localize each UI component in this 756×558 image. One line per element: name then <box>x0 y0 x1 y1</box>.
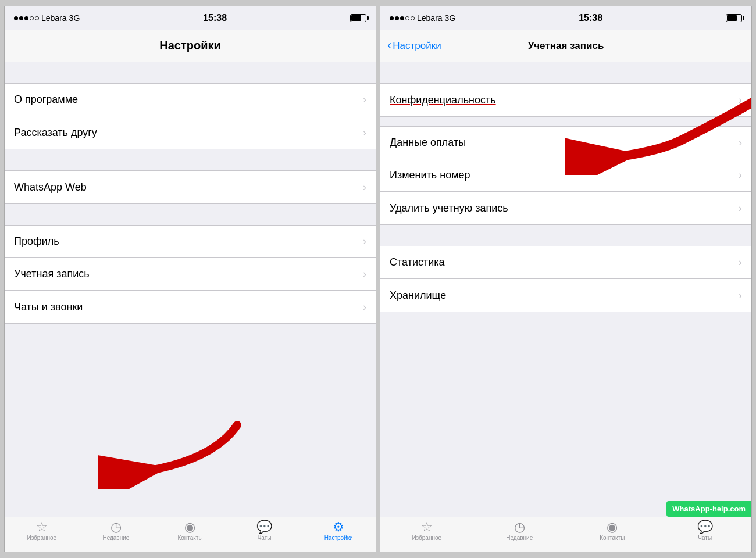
settings-group2-s2: Данные оплаты › Изменить номер › Удалить… <box>380 126 751 225</box>
tab-chats-2[interactable]: 💬 Чаты <box>659 521 752 541</box>
tab-settings-icon-1: ⚙ <box>333 521 344 534</box>
tab-contacts-2[interactable]: ◉ Контакты <box>566 521 659 541</box>
tab-contacts-icon-1: ◉ <box>184 521 195 534</box>
dot4 <box>30 16 34 20</box>
dot3 <box>24 16 28 20</box>
chevron-change-number: › <box>739 169 742 181</box>
watermark: WhatsApp-help.com <box>666 501 751 517</box>
row-change-number[interactable]: Изменить номер › <box>380 159 751 192</box>
red-arrow-1 <box>98 413 249 489</box>
dot5 <box>35 16 39 20</box>
row-about[interactable]: О программе › <box>5 84 376 116</box>
chevron-privacy: › <box>739 94 742 106</box>
tab-favorites-icon-2: ☆ <box>421 521 433 534</box>
row-privacy[interactable]: Конфиденциальность › <box>380 84 751 116</box>
time-1: 15:38 <box>203 13 227 23</box>
row-chats-calls[interactable]: Чаты и звонки › <box>5 291 376 323</box>
spacer2 <box>5 149 376 170</box>
network-2: 3G <box>445 13 456 23</box>
chevron-storage: › <box>739 289 742 302</box>
row-privacy-label: Конфиденциальность <box>390 94 496 106</box>
row-storage-label: Хранилище <box>390 289 446 302</box>
row-chats-calls-label: Чаты и звонки <box>14 301 83 313</box>
tab-recent-1[interactable]: ◷ Недавние <box>79 521 154 541</box>
tab-favorites-label-2: Избранное <box>412 535 441 541</box>
chevron-stats: › <box>739 256 742 269</box>
dot1 <box>14 16 18 20</box>
dot2-3 <box>400 16 404 20</box>
back-label-2: Настройки <box>393 40 441 52</box>
row-whatsapp-web[interactable]: WhatsApp Web › <box>5 171 376 203</box>
spacer2-1 <box>380 62 751 83</box>
signal-dots-1 <box>14 16 39 20</box>
time-2: 15:38 <box>579 13 602 23</box>
status-bar-left-2: Lebara 3G <box>390 13 455 23</box>
tab-contacts-label-2: Контакты <box>600 535 625 541</box>
tab-recent-icon-1: ◷ <box>110 521 122 534</box>
settings-group3-s2: Статистика › Хранилище › <box>380 246 751 312</box>
row-delete-account-label: Удалить учетную запись <box>390 202 508 214</box>
row-tell-friend-label: Рассказать другу <box>14 127 97 139</box>
row-stats[interactable]: Статистика › <box>380 246 751 279</box>
dot2-5 <box>411 16 415 20</box>
chevron-delete-account: › <box>739 202 742 214</box>
chevron-profile: › <box>363 235 366 248</box>
screen1: Lebara 3G 15:38 Настройки О программе › <box>4 6 376 552</box>
signal-dots-2 <box>390 16 415 20</box>
tab-chats-1[interactable]: 💬 Чаты <box>227 521 302 541</box>
row-account-label: Учетная запись <box>14 268 90 280</box>
row-tell-friend[interactable]: Рассказать другу › <box>5 116 376 149</box>
network-1: 3G <box>69 13 80 23</box>
screen2: Lebara 3G 15:38 ‹ Настройки Учетная запи… <box>380 6 752 552</box>
carrier-2: Lebara <box>417 13 443 23</box>
back-button-2[interactable]: ‹ Настройки <box>387 39 441 53</box>
chevron-chats-calls: › <box>363 301 366 313</box>
row-account[interactable]: Учетная запись › <box>5 258 376 291</box>
row-profile-label: Профиль <box>14 235 59 248</box>
battery-1 <box>350 14 366 22</box>
settings-content-2: Конфиденциальность › Данные оплаты › Изм… <box>380 62 751 312</box>
row-about-label: О программе <box>14 94 78 106</box>
back-chevron-2: ‹ <box>387 38 391 53</box>
tab-recent-icon-2: ◷ <box>514 521 525 534</box>
row-storage[interactable]: Хранилище › <box>380 279 751 312</box>
tab-recent-label-1: Недавние <box>102 535 129 541</box>
battery-fill-1 <box>351 15 361 21</box>
tab-favorites-1[interactable]: ☆ Избранное <box>5 521 79 541</box>
chevron-about: › <box>363 94 366 106</box>
chevron-payment: › <box>739 137 742 149</box>
tab-contacts-icon-2: ◉ <box>607 521 618 534</box>
row-payment[interactable]: Данные оплаты › <box>380 127 751 159</box>
dot2-4 <box>405 16 409 20</box>
tab-favorites-2[interactable]: ☆ Избранное <box>380 521 473 541</box>
row-stats-label: Статистика <box>390 256 445 269</box>
tab-recent-2[interactable]: ◷ Недавние <box>473 521 566 541</box>
settings-group1-s1: О программе › Рассказать другу › <box>5 83 376 149</box>
chevron-whatsapp-web: › <box>363 181 366 194</box>
tab-favorites-icon-1: ☆ <box>36 521 48 534</box>
chevron-account: › <box>363 268 366 280</box>
row-change-number-label: Изменить номер <box>390 169 470 181</box>
carrier-1: Lebara <box>41 13 67 23</box>
settings-group1-s2: Конфиденциальность › <box>380 83 751 117</box>
status-bar-left-1: Lebara 3G <box>14 13 80 23</box>
row-whatsapp-web-label: WhatsApp Web <box>14 181 87 194</box>
row-payment-label: Данные оплаты <box>390 137 466 149</box>
tab-bar-2: ☆ Избранное ◷ Недавние ◉ Контакты 💬 Чаты <box>380 517 751 552</box>
spacer1 <box>5 62 376 83</box>
dot2-2 <box>395 16 399 20</box>
tab-settings-1[interactable]: ⚙ Настройки <box>301 521 376 541</box>
tab-chats-icon-2: 💬 <box>697 521 713 534</box>
tab-contacts-1[interactable]: ◉ Контакты <box>153 521 227 541</box>
row-delete-account[interactable]: Удалить учетную запись › <box>380 192 751 224</box>
tab-favorites-label-1: Избранное <box>27 535 56 541</box>
tab-bar-1: ☆ Избранное ◷ Недавние ◉ Контакты 💬 Чаты… <box>5 517 376 552</box>
dot2 <box>19 16 23 20</box>
tab-chats-label-2: Чаты <box>698 535 712 541</box>
row-profile[interactable]: Профиль › <box>5 226 376 258</box>
status-bar-2: Lebara 3G 15:38 <box>380 6 751 30</box>
spacer2-3 <box>380 225 751 246</box>
status-bar-right-2 <box>726 14 742 22</box>
tab-recent-label-2: Недавние <box>506 535 533 541</box>
status-bar-1: Lebara 3G 15:38 <box>5 6 376 30</box>
